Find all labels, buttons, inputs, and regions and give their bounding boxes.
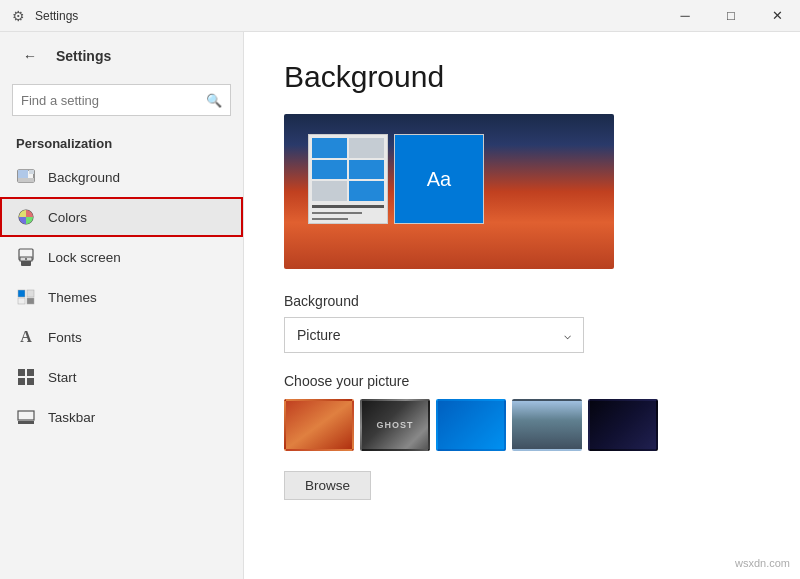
start-icon bbox=[16, 367, 36, 387]
close-button[interactable]: ✕ bbox=[754, 0, 800, 32]
preview-window-left bbox=[308, 134, 388, 224]
svg-point-8 bbox=[25, 258, 27, 260]
back-button[interactable]: ← bbox=[16, 42, 44, 70]
preview-window-right: Aa bbox=[394, 134, 484, 224]
sidebar: ← Settings 🔍 Personalization Background bbox=[0, 32, 244, 579]
svg-rect-12 bbox=[27, 298, 34, 304]
search-icon: 🔍 bbox=[206, 93, 222, 108]
choose-picture-label: Choose your picture bbox=[284, 373, 760, 389]
sidebar-label-taskbar: Taskbar bbox=[48, 410, 95, 425]
background-icon bbox=[16, 167, 36, 187]
svg-rect-1 bbox=[18, 178, 34, 182]
settings-icon: ⚙ bbox=[12, 8, 25, 24]
svg-rect-18 bbox=[18, 421, 34, 424]
fonts-icon: A bbox=[16, 327, 36, 347]
chevron-down-icon: ⌵ bbox=[564, 328, 571, 342]
sidebar-item-fonts[interactable]: A Fonts bbox=[0, 317, 243, 357]
search-box[interactable]: 🔍 bbox=[12, 84, 231, 116]
picture-thumb-2[interactable] bbox=[360, 399, 430, 451]
watermark: wsxdn.com bbox=[735, 557, 790, 569]
picture-thumb-1[interactable] bbox=[284, 399, 354, 451]
title-bar-left: ⚙ Settings bbox=[12, 8, 78, 24]
background-field-label: Background bbox=[284, 293, 760, 309]
sidebar-label-fonts: Fonts bbox=[48, 330, 82, 345]
svg-rect-15 bbox=[18, 378, 25, 385]
sidebar-label-lock-screen: Lock screen bbox=[48, 250, 121, 265]
section-label: Personalization bbox=[0, 128, 243, 157]
sidebar-label-colors: Colors bbox=[48, 210, 87, 225]
sidebar-item-lock-screen[interactable]: Lock screen bbox=[0, 237, 243, 277]
background-dropdown[interactable]: Picture ⌵ bbox=[284, 317, 584, 353]
sidebar-item-themes[interactable]: Themes bbox=[0, 277, 243, 317]
picture-thumb-3[interactable] bbox=[436, 399, 506, 451]
colors-icon bbox=[16, 207, 36, 227]
title-bar-controls: ─ □ ✕ bbox=[662, 0, 800, 32]
svg-rect-11 bbox=[18, 298, 25, 304]
search-input[interactable] bbox=[21, 93, 206, 108]
app-body: ← Settings 🔍 Personalization Background bbox=[0, 32, 800, 579]
sidebar-item-start[interactable]: Start bbox=[0, 357, 243, 397]
picture-thumb-4[interactable] bbox=[512, 399, 582, 451]
sidebar-label-themes: Themes bbox=[48, 290, 97, 305]
dropdown-value: Picture bbox=[297, 327, 341, 343]
svg-rect-3 bbox=[29, 170, 34, 174]
title-bar-title: Settings bbox=[35, 9, 78, 23]
preview-overlay: Aa bbox=[308, 134, 484, 224]
picture-grid bbox=[284, 399, 760, 451]
svg-rect-17 bbox=[18, 411, 34, 420]
svg-rect-9 bbox=[18, 290, 25, 297]
background-preview: Aa bbox=[284, 114, 614, 269]
sidebar-item-background[interactable]: Background bbox=[0, 157, 243, 197]
title-bar: ⚙ Settings ─ □ ✕ bbox=[0, 0, 800, 32]
picture-thumb-5[interactable] bbox=[588, 399, 658, 451]
minimize-button[interactable]: ─ bbox=[662, 0, 708, 32]
sidebar-label-background: Background bbox=[48, 170, 120, 185]
sidebar-nav-top: ← Settings bbox=[0, 32, 243, 80]
svg-rect-10 bbox=[27, 290, 34, 297]
sidebar-label-start: Start bbox=[48, 370, 77, 385]
content-area: Background bbox=[244, 32, 800, 579]
svg-rect-13 bbox=[18, 369, 25, 376]
browse-button[interactable]: Browse bbox=[284, 471, 371, 500]
sidebar-item-taskbar[interactable]: Taskbar bbox=[0, 397, 243, 437]
sidebar-item-colors[interactable]: Colors bbox=[0, 197, 243, 237]
svg-rect-16 bbox=[27, 378, 34, 385]
maximize-button[interactable]: □ bbox=[708, 0, 754, 32]
lock-screen-icon bbox=[16, 247, 36, 267]
page-title: Background bbox=[284, 60, 760, 94]
sidebar-app-title: Settings bbox=[56, 48, 111, 64]
themes-icon bbox=[16, 287, 36, 307]
taskbar-icon bbox=[16, 407, 36, 427]
svg-rect-14 bbox=[27, 369, 34, 376]
svg-rect-2 bbox=[18, 170, 28, 178]
